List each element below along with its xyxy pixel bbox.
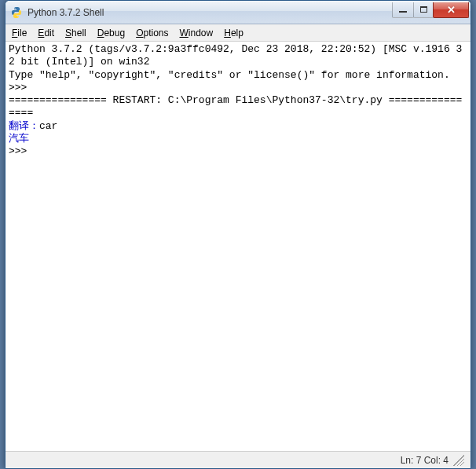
close-button[interactable]: ✕ xyxy=(433,2,469,18)
menu-shell[interactable]: Shell xyxy=(65,27,86,38)
menu-file[interactable]: File xyxy=(12,27,27,38)
resize-grip-icon[interactable] xyxy=(453,455,464,466)
program-output: 汽车 xyxy=(9,133,29,145)
app-window: Python 3.7.2 Shell ✕ File Edit Shell Deb… xyxy=(5,0,471,469)
shell-output[interactable]: Python 3.7.2 (tags/v3.7.2:9a3ffc0492, De… xyxy=(5,42,471,451)
cursor-position: Ln: 7 Col: 4 xyxy=(401,455,449,466)
statusbar: Ln: 7 Col: 4 xyxy=(5,451,471,468)
python-icon xyxy=(10,6,23,19)
svg-point-0 xyxy=(14,7,15,8)
prompt: >>> xyxy=(9,82,33,93)
menu-help[interactable]: Help xyxy=(224,27,243,38)
program-prompt: 翻译： xyxy=(9,120,39,132)
window-controls: ✕ xyxy=(393,2,469,18)
window-title: Python 3.7.2 Shell xyxy=(27,7,393,18)
maximize-button[interactable] xyxy=(413,2,434,18)
restart-line: ================ RESTART: C:\Program Fil… xyxy=(9,94,462,119)
menu-options[interactable]: Options xyxy=(136,27,168,38)
prompt: >>> xyxy=(9,145,33,157)
titlebar[interactable]: Python 3.7.2 Shell ✕ xyxy=(5,1,471,24)
svg-point-1 xyxy=(17,16,18,16)
menu-debug[interactable]: Debug xyxy=(97,27,125,38)
menubar: File Edit Shell Debug Options Window Hel… xyxy=(5,24,471,42)
menu-edit[interactable]: Edit xyxy=(38,27,54,38)
menu-window[interactable]: Window xyxy=(180,27,214,38)
user-input: car xyxy=(39,120,57,132)
banner-line: Python 3.7.2 (tags/v3.7.2:9a3ffc0492, De… xyxy=(9,43,462,68)
minimize-button[interactable] xyxy=(392,2,414,18)
banner-line: Type "help", "copyright", "credits" or "… xyxy=(9,69,450,81)
